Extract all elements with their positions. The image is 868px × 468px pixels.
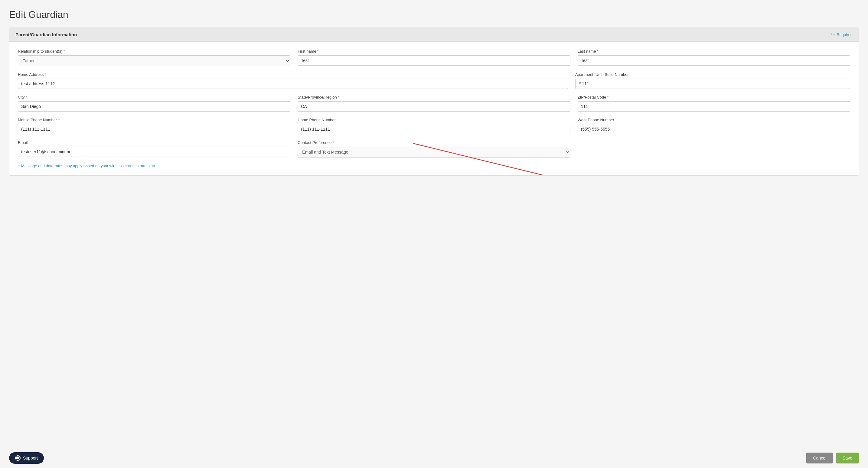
- email-input[interactable]: [18, 147, 290, 157]
- page-title: Edit Guardian: [9, 9, 859, 20]
- label-apt: Apartment, Unit, Suite Number: [575, 72, 850, 77]
- group-home-phone: Home Phone Number: [298, 118, 570, 134]
- last-name-input[interactable]: [578, 55, 850, 66]
- group-state: State/Province/Region*: [298, 95, 570, 112]
- required-note: * = Required: [831, 32, 852, 37]
- label-last-name: Last name*: [578, 49, 850, 54]
- home-address-input[interactable]: [18, 79, 568, 89]
- support-icon: 💬: [15, 455, 21, 461]
- group-work-phone: Work Phone Number: [578, 118, 850, 134]
- group-relationship: Relationship to student(s)* Father Mothe…: [18, 49, 290, 66]
- first-name-input[interactable]: [298, 55, 570, 66]
- label-home-phone: Home Phone Number: [298, 118, 570, 122]
- card-header: Parent/Guardian Information * = Required: [9, 28, 859, 42]
- label-city: City*: [18, 95, 290, 99]
- label-state: State/Province/Region*: [298, 95, 570, 99]
- apt-input[interactable]: [575, 79, 850, 89]
- group-empty: [578, 140, 850, 157]
- label-zip: ZIP/Postal Code*: [578, 95, 850, 99]
- group-city: City*: [18, 95, 290, 112]
- support-button[interactable]: 💬 Support: [9, 452, 44, 464]
- mobile-phone-input[interactable]: [18, 124, 290, 134]
- label-home-address: Home Address*: [18, 72, 568, 77]
- group-zip: ZIP/Postal Code*: [578, 95, 850, 112]
- row-address: Home Address* Apartment, Unit, Suite Num…: [18, 72, 850, 89]
- cancel-button[interactable]: Cancel: [806, 453, 833, 464]
- work-phone-input[interactable]: [578, 124, 850, 134]
- label-first-name: First name*: [298, 49, 570, 54]
- label-contact-pref: Contact Preference*: [298, 140, 570, 145]
- group-mobile-phone: Mobile Phone Number†: [18, 118, 290, 134]
- footer-bar: 💬 Support Cancel Save: [0, 448, 868, 468]
- save-button[interactable]: Save: [836, 453, 859, 464]
- label-work-phone: Work Phone Number: [578, 118, 850, 122]
- footnote: † Message and data rates may apply based…: [18, 163, 850, 168]
- row-email-pref: Email Contact Preference* Email and Text…: [18, 140, 850, 157]
- home-phone-input[interactable]: [298, 124, 570, 134]
- group-contact-pref: Contact Preference* Email and Text Messa…: [298, 140, 570, 157]
- form-card: Parent/Guardian Information * = Required…: [9, 28, 859, 176]
- action-buttons: Cancel Save: [806, 453, 859, 464]
- label-relationship: Relationship to student(s)*: [18, 49, 290, 54]
- group-apt: Apartment, Unit, Suite Number: [575, 72, 850, 89]
- group-email: Email: [18, 140, 290, 157]
- contact-pref-select[interactable]: Email and Text Message Email Only Text M…: [298, 147, 570, 157]
- row-phones: Mobile Phone Number† Home Phone Number W…: [18, 118, 850, 134]
- group-last-name: Last name*: [578, 49, 850, 66]
- label-email: Email: [18, 140, 290, 145]
- card-body: Relationship to student(s)* Father Mothe…: [9, 42, 859, 175]
- label-mobile-phone: Mobile Phone Number†: [18, 118, 290, 122]
- card-header-title: Parent/Guardian Information: [16, 32, 77, 37]
- state-input[interactable]: [298, 101, 570, 112]
- row-email-pref-wrapper: Email Contact Preference* Email and Text…: [18, 140, 850, 157]
- row-city-state-zip: City* State/Province/Region* ZIP/Postal …: [18, 95, 850, 112]
- zip-input[interactable]: [578, 101, 850, 112]
- row-relationship: Relationship to student(s)* Father Mothe…: [18, 49, 850, 66]
- relationship-select[interactable]: Father Mother Guardian Other: [18, 55, 290, 66]
- group-home-address: Home Address*: [18, 72, 568, 89]
- group-first-name: First name*: [298, 49, 570, 66]
- city-input[interactable]: [18, 101, 290, 112]
